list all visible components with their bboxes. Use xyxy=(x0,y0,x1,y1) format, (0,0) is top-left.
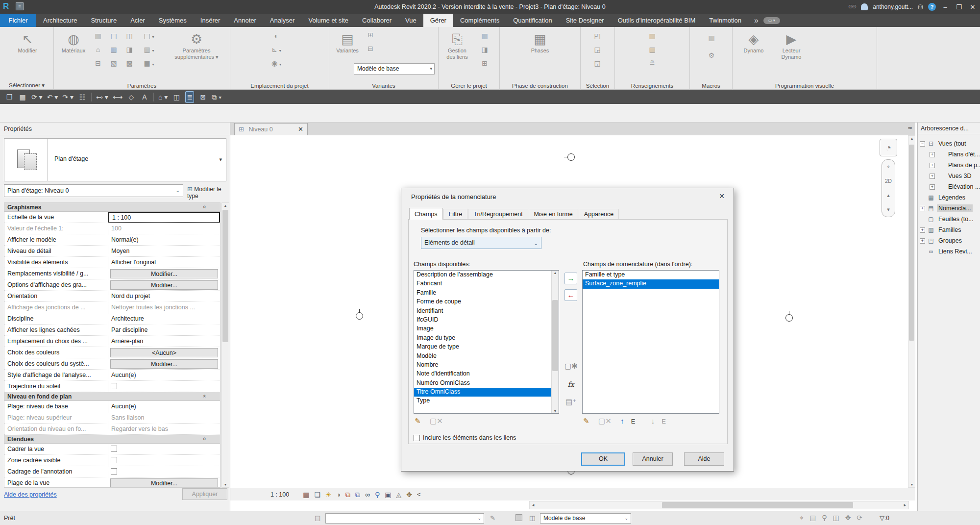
tree-item[interactable]: − ⊡ Vues (tout xyxy=(918,138,980,149)
dynamo-button[interactable]: ◈ Dynamo xyxy=(738,31,769,54)
tag-icon[interactable]: ◇ xyxy=(127,92,136,102)
edit-scheduled-field-icon[interactable]: ✎ xyxy=(583,417,589,425)
property-row[interactable]: Niveau en fond de plan xyxy=(4,392,220,401)
edit-parameter-icon[interactable]: ✎ xyxy=(415,417,421,425)
panel-manage-label[interactable]: Gérer le projet xyxy=(439,83,499,89)
property-row[interactable]: Orientation du niveau en fo... Regarder … xyxy=(4,424,220,435)
property-row[interactable]: Choix des couleurs du systè... Modifier.… xyxy=(4,358,220,370)
sync-icon[interactable]: ⟳ ▾ xyxy=(31,92,43,102)
vertical-scrollbar[interactable]: ▲ ▼ xyxy=(908,135,915,488)
ribbon-tab[interactable]: Analyser xyxy=(263,14,302,27)
dialog-tab[interactable]: Tri/Regroupement xyxy=(468,209,528,220)
switch-windows-icon[interactable]: ⧉ ▾ xyxy=(212,92,221,102)
ribbon-tab[interactable]: Site Designer xyxy=(559,14,611,27)
elevation-marker-west[interactable] xyxy=(356,312,363,320)
expand-toggle-icon[interactable]: + xyxy=(930,174,935,179)
restore-button[interactable]: ❐ xyxy=(955,3,963,11)
expand-toggle-icon[interactable]: + xyxy=(930,152,935,157)
property-row[interactable]: Niveau de détail Moyen xyxy=(4,246,220,257)
tree-item[interactable]: + ▥ Familles xyxy=(918,225,980,235)
property-row[interactable]: Afficher les lignes cachées Par discipli… xyxy=(4,325,220,336)
open-icon[interactable]: ❒ xyxy=(5,92,14,102)
object-styles-icon[interactable]: ▦ xyxy=(92,31,104,42)
print-icon[interactable]: ☷ xyxy=(78,92,87,102)
reveal-hidden-icon[interactable]: ⚲ xyxy=(375,490,380,500)
view-scale[interactable]: 1 : 100 xyxy=(270,491,289,498)
temporary-view-properties-icon[interactable]: ▣ xyxy=(385,490,391,500)
redo-icon[interactable]: ↷ ▾ xyxy=(62,92,74,102)
property-row[interactable]: Graphismes xyxy=(4,203,220,212)
minimize-button[interactable]: – xyxy=(941,3,950,11)
property-value[interactable]: <Aucun> xyxy=(108,347,220,358)
property-value[interactable]: Modifier... xyxy=(108,268,220,279)
project-units-icon[interactable]: ▩ xyxy=(123,58,135,69)
purge-unused-icon[interactable]: ▧ xyxy=(108,58,120,69)
property-value[interactable] xyxy=(108,381,220,392)
sun-path-icon[interactable]: ☀ xyxy=(325,490,332,500)
expand-toggle-icon[interactable]: + xyxy=(920,238,925,244)
dialog-tab[interactable]: Mise en forme xyxy=(529,209,578,220)
available-fields-list[interactable]: Description de l'assemblageFabricantFami… xyxy=(414,270,559,414)
panel-location-label[interactable]: Emplacement du projet xyxy=(230,83,329,89)
scroll-down-icon[interactable]: ▼ xyxy=(552,409,559,413)
ribbon-tab[interactable]: Systèmes xyxy=(152,14,194,27)
transfer-standards-icon[interactable]: ⊟ xyxy=(92,58,104,69)
properties-scrollbar[interactable]: ▲ ▼ xyxy=(221,202,229,488)
user-avatar[interactable] xyxy=(861,3,868,10)
elevation-marker-north[interactable] xyxy=(567,153,575,161)
property-row[interactable]: Etendues xyxy=(4,435,220,444)
expand-toggle-icon[interactable]: + xyxy=(930,163,935,168)
panel-inquiry-label[interactable]: Renseignements xyxy=(615,83,689,89)
ribbon-tab[interactable]: Outils d'interopérabilité BIM xyxy=(611,14,703,27)
property-row[interactable]: Cadrer la vue xyxy=(4,444,220,455)
mep-settings-icon[interactable]: ▥ ▾ xyxy=(143,45,155,55)
dynamo-player-button[interactable]: ▶ LecteurDynamo xyxy=(774,31,809,60)
property-value[interactable]: Afficher l'original xyxy=(108,257,220,268)
scroll-left-icon[interactable]: ◄ xyxy=(531,503,535,507)
checkbox[interactable] xyxy=(111,468,117,475)
expand-toggle-icon[interactable]: + xyxy=(920,206,925,211)
property-row[interactable]: Discipline Architecture xyxy=(4,313,220,325)
macro-security-icon[interactable]: ⚙ xyxy=(706,50,717,61)
position-icon[interactable]: ◉ ▾ xyxy=(270,58,282,69)
help-icon[interactable]: ? xyxy=(928,3,936,11)
scroll-down-icon[interactable]: ▼ xyxy=(908,483,915,486)
add-to-set-icon[interactable]: ⊞ xyxy=(365,30,376,41)
project-browser-header[interactable]: Arborescence d... xyxy=(918,123,980,134)
property-row[interactable]: Style d'affichage de l'analyse... Aucun(… xyxy=(4,370,220,381)
ribbon-tab[interactable]: Structure xyxy=(84,14,123,27)
panel-visual-label[interactable]: Programmation visuelle xyxy=(733,83,877,89)
property-row[interactable]: Echelle de la vue 1 : 100 xyxy=(4,212,220,223)
app-store-cart-icon[interactable]: ⛁ xyxy=(918,3,923,11)
steering-wheel-icon[interactable]: ◔ xyxy=(880,139,897,156)
move-down-button[interactable]: ↓E xyxy=(651,417,673,425)
project-information-icon[interactable]: ◫ xyxy=(123,31,135,42)
property-value[interactable]: Nettoyer toutes les jonctions ... xyxy=(108,302,220,313)
ribbon-tab[interactable]: Annoter xyxy=(227,14,263,27)
edit-selection-icon[interactable]: ◱ xyxy=(591,58,603,69)
calculated-value-icon[interactable]: fx xyxy=(564,379,577,391)
structural-settings-icon[interactable]: ▤ ▾ xyxy=(143,31,155,42)
load-selection-icon[interactable]: ◲ xyxy=(591,45,603,55)
category-select[interactable]: Eléments de détail⌄ xyxy=(421,237,541,249)
panel-selection-label[interactable]: Sélection xyxy=(581,83,614,89)
ribbon-tab[interactable]: Acier xyxy=(123,14,152,27)
field-list-item[interactable]: Surface_zone_remplie xyxy=(583,279,719,288)
tab-fichier[interactable]: Fichier xyxy=(0,14,36,27)
property-value[interactable]: Aucun(e) xyxy=(108,370,220,380)
thin-lines-icon[interactable]: ≣ xyxy=(185,91,194,103)
property-value[interactable]: Normal(e) xyxy=(108,234,220,245)
scroll-up-icon[interactable]: ▲ xyxy=(908,137,915,140)
delete-scheduled-field-icon[interactable]: ▢✕ xyxy=(598,417,612,425)
background-processes-icon[interactable]: ⟳ xyxy=(857,514,862,522)
design-options-button[interactable]: ▤ Variantes xyxy=(333,31,362,54)
checkbox[interactable] xyxy=(111,457,117,463)
decal-types-icon[interactable]: ◨ xyxy=(479,45,490,55)
add-field-button[interactable]: → xyxy=(564,273,577,284)
additional-settings-button[interactable]: ⚙ Paramètres supplémentaires ▾ xyxy=(168,31,225,60)
property-row[interactable]: Emplacement du choix des ... Arrière-pla… xyxy=(4,336,220,347)
undo-icon[interactable]: ↶ ▾ xyxy=(47,92,58,102)
temporary-hide-icon[interactable]: ∞ xyxy=(365,490,370,500)
zoom-control[interactable]: ⌖ 2D ▴ ▾ xyxy=(882,159,895,217)
more-tabs-icon[interactable]: » xyxy=(754,16,759,25)
